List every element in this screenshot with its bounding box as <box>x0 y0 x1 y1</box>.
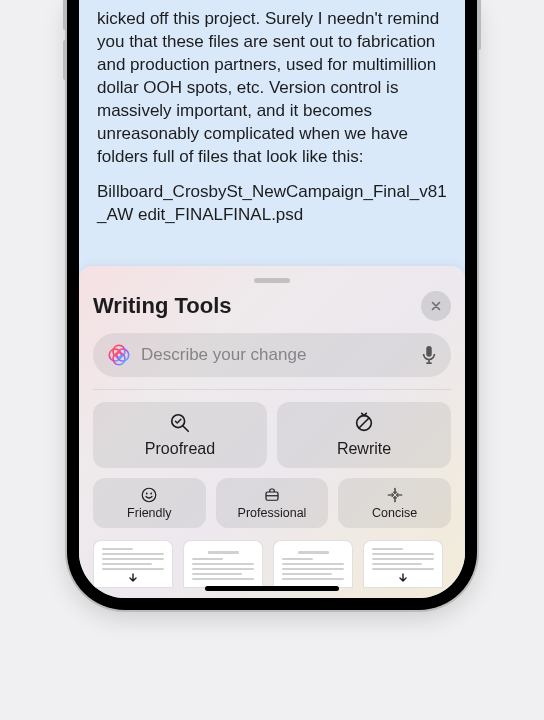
close-button[interactable] <box>421 291 451 321</box>
format-thumbnail[interactable] <box>93 540 173 588</box>
rewrite-label: Rewrite <box>337 440 391 458</box>
svg-point-12 <box>146 493 148 495</box>
friendly-button[interactable]: Friendly <box>93 478 206 528</box>
note-paragraph: kicked off this project. Surely I needn'… <box>97 8 447 169</box>
sheet-header: Writing Tools <box>93 291 451 321</box>
svg-point-13 <box>151 493 153 495</box>
screen: kicked off this project. Surely I needn'… <box>79 0 465 598</box>
apple-intelligence-icon <box>107 343 131 367</box>
phone-side-button <box>63 0 67 30</box>
rewrite-icon <box>353 412 375 434</box>
phone-side-button <box>63 40 67 80</box>
rewrite-button[interactable]: Rewrite <box>277 402 451 468</box>
format-thumbnail[interactable] <box>183 540 263 588</box>
sheet-grabber[interactable] <box>254 278 290 283</box>
prompt-input-row[interactable] <box>93 333 451 377</box>
microphone-icon[interactable] <box>421 345 437 365</box>
concise-button[interactable]: Concise <box>338 478 451 528</box>
svg-rect-4 <box>426 346 431 357</box>
format-thumbnails-row <box>93 540 451 588</box>
tone-actions-row: Friendly Professional Concise <box>93 478 451 528</box>
professional-label: Professional <box>238 506 307 520</box>
friendly-label: Friendly <box>127 506 171 520</box>
svg-line-8 <box>183 426 189 432</box>
concise-label: Concise <box>372 506 417 520</box>
svg-line-10 <box>359 418 370 429</box>
primary-actions-row: Proofread Rewrite <box>93 402 451 468</box>
divider <box>93 389 451 390</box>
proofread-label: Proofread <box>145 440 215 458</box>
sheet-title: Writing Tools <box>93 293 232 319</box>
prompt-input[interactable] <box>141 345 411 365</box>
note-body[interactable]: kicked off this project. Surely I needn'… <box>79 0 465 278</box>
writing-tools-sheet: Writing Tools <box>79 266 465 598</box>
svg-point-11 <box>143 488 157 502</box>
smile-icon <box>140 486 158 504</box>
professional-button[interactable]: Professional <box>216 478 329 528</box>
concise-icon <box>386 486 404 504</box>
home-indicator[interactable] <box>205 586 339 591</box>
phone-frame: kicked off this project. Surely I needn'… <box>67 0 477 610</box>
close-icon <box>430 300 442 312</box>
note-filename: Billboard_CrosbySt_NewCampaign_Final_v81… <box>97 181 447 227</box>
arrow-down-icon <box>128 573 138 583</box>
arrow-down-icon <box>398 573 408 583</box>
magnifier-check-icon <box>169 412 191 434</box>
briefcase-icon <box>263 486 281 504</box>
phone-side-button <box>477 0 481 50</box>
format-thumbnail[interactable] <box>273 540 353 588</box>
format-thumbnail[interactable] <box>363 540 443 588</box>
proofread-button[interactable]: Proofread <box>93 402 267 468</box>
